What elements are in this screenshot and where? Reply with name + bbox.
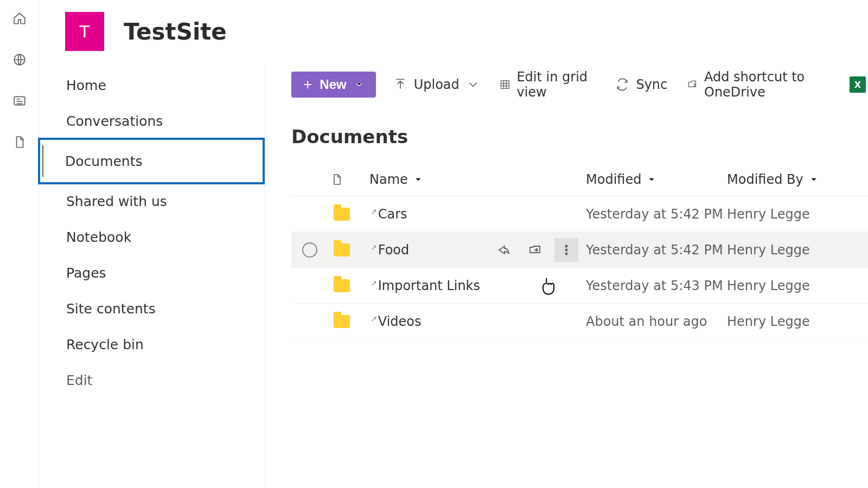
- item-modified: Yesterday at 5:42 PM: [586, 242, 727, 258]
- site-title[interactable]: TestSite: [124, 18, 227, 45]
- excel-icon: X: [850, 76, 866, 93]
- content-area: + New Upload Edit in grid view Sync: [265, 65, 868, 488]
- nav-item-conversations[interactable]: Conversations: [39, 103, 265, 139]
- chevron-down-icon: [354, 80, 364, 89]
- more-actions-button[interactable]: [554, 238, 578, 262]
- sync-label: Sync: [636, 77, 667, 92]
- column-modified-by-label: Modified By: [727, 172, 803, 187]
- grid-icon: [500, 78, 510, 92]
- table-row[interactable]: ↗Important Links Yesterday at 5:43 PM He…: [291, 268, 868, 304]
- table-row[interactable]: ↗Cars Yesterday at 5:42 PM Henry Legge: [291, 196, 868, 232]
- item-name[interactable]: Important Links: [378, 278, 480, 293]
- site-header: T TestSite: [39, 0, 868, 65]
- item-name[interactable]: Food: [378, 242, 410, 258]
- share-button[interactable]: [492, 238, 515, 262]
- upload-icon: [393, 78, 407, 92]
- add-shortcut-label: Add shortcut to OneDrive: [704, 69, 830, 100]
- news-icon[interactable]: [12, 93, 27, 108]
- link-badge-icon: ↗: [371, 243, 377, 252]
- column-name-label: Name: [369, 172, 408, 187]
- svg-point-4: [565, 249, 567, 251]
- chevron-down-icon: [809, 175, 819, 184]
- svg-point-3: [565, 245, 567, 247]
- link-badge-icon: ↗: [371, 279, 377, 287]
- column-modified-label: Modified: [586, 172, 641, 187]
- home-icon[interactable]: [12, 11, 27, 26]
- library-title: Documents: [291, 126, 868, 147]
- item-modified: Yesterday at 5:43 PM: [586, 278, 727, 293]
- share-icon: [497, 243, 510, 256]
- nav-item-documents[interactable]: Documents: [38, 138, 265, 184]
- folder-icon: [334, 208, 350, 221]
- site-nav: Home Conversations Documents Shared with…: [39, 65, 265, 488]
- sync-icon: [615, 78, 629, 92]
- edit-grid-label: Edit in grid view: [516, 69, 596, 100]
- item-modified: About an hour ago: [586, 314, 727, 329]
- nav-item-recycle-bin[interactable]: Recycle bin: [39, 326, 265, 362]
- folder-icon: [334, 315, 350, 328]
- table-row[interactable]: ↗Videos About an hour ago Henry Legge: [291, 304, 868, 339]
- command-bar: + New Upload Edit in grid view Sync: [291, 72, 868, 98]
- plus-icon: +: [303, 76, 312, 93]
- svg-rect-2: [501, 81, 509, 89]
- main-column: T TestSite Home Conversations Documents …: [39, 0, 868, 488]
- more-vertical-icon: [560, 243, 573, 256]
- app-rail: [0, 0, 39, 488]
- file-icon: [330, 172, 343, 187]
- item-name[interactable]: Videos: [378, 314, 422, 329]
- link-badge-icon: ↗: [371, 314, 377, 323]
- sync-button[interactable]: Sync: [613, 77, 669, 92]
- folder-icon: [334, 243, 350, 256]
- table-row[interactable]: ↗Food Yesterday at 5:42 PM Henry Legge: [291, 232, 868, 268]
- add-shortcut-button[interactable]: Add shortcut to OneDrive: [685, 69, 832, 100]
- nav-item-home[interactable]: Home: [39, 67, 265, 103]
- nav-item-site-contents[interactable]: Site contents: [39, 291, 265, 326]
- column-type[interactable]: [330, 172, 369, 187]
- item-modified-by: Henry Legge: [727, 314, 868, 329]
- item-modified-by: Henry Legge: [727, 278, 868, 293]
- column-name[interactable]: Name: [369, 172, 492, 187]
- item-modified: Yesterday at 5:42 PM: [586, 207, 727, 222]
- nav-item-shared[interactable]: Shared with us: [39, 183, 265, 219]
- nav-item-pages[interactable]: Pages: [39, 255, 265, 291]
- new-button-label: New: [320, 77, 346, 92]
- nav-edit-button[interactable]: Edit: [39, 362, 265, 398]
- chevron-down-icon: [466, 78, 480, 92]
- upload-label: Upload: [414, 77, 459, 92]
- column-modified-by[interactable]: Modified By: [727, 172, 868, 187]
- shortcut-icon: [687, 78, 698, 92]
- upload-button[interactable]: Upload: [391, 77, 482, 92]
- column-modified[interactable]: Modified: [586, 172, 727, 187]
- chevron-down-icon: [413, 175, 423, 184]
- chevron-down-icon: [647, 175, 656, 184]
- site-tile[interactable]: T: [65, 12, 104, 51]
- svg-point-5: [565, 253, 567, 254]
- documents-table: Name Modified Modified By: [291, 163, 868, 339]
- nav-item-notebook[interactable]: Notebook: [39, 219, 265, 255]
- globe-icon[interactable]: [12, 52, 27, 67]
- folder-move-icon: [528, 243, 541, 256]
- link-badge-icon: ↗: [371, 207, 377, 216]
- item-name[interactable]: Cars: [378, 207, 407, 222]
- row-select[interactable]: [302, 242, 317, 258]
- folder-icon: [334, 279, 350, 292]
- item-modified-by: Henry Legge: [727, 207, 868, 222]
- move-button[interactable]: [523, 238, 547, 262]
- item-modified-by: Henry Legge: [727, 242, 868, 258]
- export-excel-button[interactable]: X: [847, 76, 868, 93]
- table-header: Name Modified Modified By: [291, 163, 868, 196]
- file-icon[interactable]: [12, 134, 27, 150]
- new-button[interactable]: + New: [291, 72, 376, 98]
- edit-grid-button[interactable]: Edit in grid view: [497, 69, 598, 100]
